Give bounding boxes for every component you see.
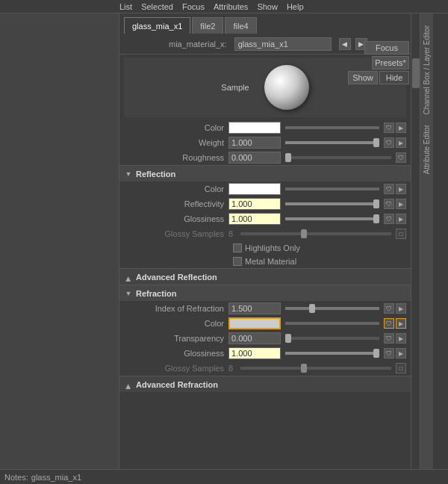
reflection-title: Reflection xyxy=(136,170,175,179)
refraction-samples-icon[interactable]: □ xyxy=(396,363,406,373)
refraction-glossiness-label: Glossiness xyxy=(124,349,228,358)
reflection-samples-icon[interactable]: □ xyxy=(396,229,406,239)
color-row: Color 🛡 ▶ xyxy=(119,120,411,135)
notes-label: Notes: xyxy=(4,473,28,482)
scrollbar-thumb[interactable] xyxy=(412,58,420,88)
color-swatch[interactable] xyxy=(228,122,281,134)
show-button[interactable]: Show xyxy=(348,71,378,84)
scrollbar[interactable] xyxy=(411,13,420,484)
reflection-color-swatch[interactable] xyxy=(228,183,281,195)
ior-arrow-icon[interactable]: ▶ xyxy=(396,303,406,314)
weight-lock-icon[interactable]: 🛡 xyxy=(384,137,394,148)
refraction-glossy-samples-value: 8 xyxy=(228,364,236,373)
refraction-color-lock-icon[interactable]: 🛡 xyxy=(384,318,394,329)
metal-material-row: Metal Material xyxy=(119,255,411,268)
sample-label: Sample xyxy=(221,83,249,92)
reflection-glossiness-lock-icon[interactable]: 🛡 xyxy=(384,214,394,224)
sample-sphere xyxy=(264,65,309,110)
refraction-color-arrow-icon[interactable]: ▶ xyxy=(396,318,406,329)
reflection-glossiness-label: Glossiness xyxy=(124,214,228,223)
reflection-color-label: Color xyxy=(124,184,228,193)
reflectivity-lock-icon[interactable]: 🛡 xyxy=(384,199,394,209)
transparency-label: Transparency xyxy=(124,334,228,343)
refraction-title: Refraction xyxy=(136,289,176,298)
weight-row: Weight 🛡 ▶ xyxy=(119,135,411,150)
advanced-reflection-header[interactable]: ▶ Advanced Reflection xyxy=(119,268,411,285)
reflection-glossiness-arrow-icon[interactable]: ▶ xyxy=(396,214,406,224)
refraction-color-row: Color 🛡 ▶ xyxy=(119,316,411,331)
refraction-glossiness-input[interactable] xyxy=(228,347,281,359)
tab-glass-mia-x1[interactable]: glass_mia_x1 xyxy=(124,17,190,34)
left-sidebar xyxy=(0,13,119,484)
transparency-lock-icon[interactable]: 🛡 xyxy=(384,333,394,344)
channel-box-tab[interactable]: Channel Box / Layer Editor xyxy=(421,21,432,120)
menu-show[interactable]: Show xyxy=(257,2,278,11)
refraction-glossiness-arrow-icon[interactable]: ▶ xyxy=(396,348,406,359)
tab-file2[interactable]: file2 xyxy=(192,17,223,34)
reflectivity-field: 🛡 ▶ xyxy=(228,198,406,210)
roughness-input[interactable] xyxy=(228,152,281,164)
menu-attributes[interactable]: Attributes xyxy=(214,2,248,11)
transparency-field: 🛡 ▶ xyxy=(228,332,406,344)
refraction-glossy-samples-label: Glossy Samples xyxy=(124,364,228,373)
weight-arrow-icon[interactable]: ▶ xyxy=(396,137,406,148)
roughness-lock-icon[interactable]: 🛡 xyxy=(396,152,406,163)
focus-button[interactable]: Focus xyxy=(364,41,409,55)
highlights-only-label: Highlights Only xyxy=(245,243,300,252)
weight-input[interactable] xyxy=(228,137,281,149)
properties-panel: Color 🛡 ▶ Weight 🛡 ▶ xyxy=(119,120,411,484)
reflectivity-input[interactable] xyxy=(228,198,281,210)
right-tabs: Channel Box / Layer Editor Attribute Edi… xyxy=(420,13,433,484)
refraction-color-label: Color xyxy=(124,319,228,328)
menu-selected[interactable]: Selected xyxy=(141,2,173,11)
tabs-row: glass_mia_x1 file2 file4 xyxy=(119,13,411,34)
roughness-label: Roughness xyxy=(124,153,228,162)
tab-file4[interactable]: file4 xyxy=(225,17,256,34)
menu-bar: List Selected Focus Attributes Show Help xyxy=(0,0,448,13)
refraction-glossiness-lock-icon[interactable]: 🛡 xyxy=(384,348,394,359)
color-arrow-icon[interactable]: ▶ xyxy=(396,122,406,133)
roughness-row: Roughness 🛡 xyxy=(119,150,411,165)
reflection-color-arrow-icon[interactable]: ▶ xyxy=(396,184,406,194)
material-name-input[interactable] xyxy=(234,37,332,51)
reflection-glossy-samples-label: Glossy Samples xyxy=(124,229,228,238)
reflection-color-row: Color 🛡 ▶ xyxy=(119,182,411,196)
advanced-refraction-toggle-icon: ▶ xyxy=(124,380,133,389)
refraction-toggle-icon: ▼ xyxy=(124,289,133,298)
material-node-label: mia_material_x: xyxy=(169,40,227,49)
reflection-glossiness-field: 🛡 ▶ xyxy=(228,213,406,225)
presets-button[interactable]: Presets* xyxy=(372,56,409,69)
transparency-input[interactable] xyxy=(228,332,281,344)
reflection-glossy-samples-row: Glossy Samples 8 □ xyxy=(119,226,411,241)
ior-row: Index of Refraction 🛡 ▶ xyxy=(119,301,411,316)
reflection-color-lock-icon[interactable]: 🛡 xyxy=(384,184,394,194)
menu-focus[interactable]: Focus xyxy=(182,2,205,11)
advanced-refraction-header[interactable]: ▶ Advanced Refraction xyxy=(119,376,411,392)
color-label: Color xyxy=(124,123,228,132)
reflection-section-header[interactable]: ▼ Reflection xyxy=(119,165,411,182)
menu-list[interactable]: List xyxy=(119,2,132,11)
reflection-glossiness-input[interactable] xyxy=(228,213,281,225)
ior-input[interactable] xyxy=(228,302,281,314)
advanced-reflection-toggle-icon: ▶ xyxy=(124,273,133,282)
main-layout: glass_mia_x1 file2 file4 mia_material_x:… xyxy=(0,13,448,484)
ior-lock-icon[interactable]: 🛡 xyxy=(384,303,394,314)
menu-help[interactable]: Help xyxy=(287,2,304,11)
attribute-editor-tab[interactable]: Attribute Editor xyxy=(421,120,432,179)
notes-bar: Notes: glass_mia_x1 xyxy=(0,469,448,484)
notes-value: glass_mia_x1 xyxy=(31,473,81,482)
reflectivity-arrow-icon[interactable]: ▶ xyxy=(396,199,406,209)
advanced-reflection-title: Advanced Reflection xyxy=(136,273,217,282)
metal-material-checkbox[interactable] xyxy=(233,257,242,266)
refraction-glossy-samples-field: 8 □ xyxy=(228,363,406,373)
hide-button[interactable]: Hide xyxy=(379,71,409,84)
transparency-arrow-icon[interactable]: ▶ xyxy=(396,333,406,344)
refraction-section-header[interactable]: ▼ Refraction xyxy=(119,285,411,301)
highlights-only-checkbox[interactable] xyxy=(233,243,242,252)
highlights-only-row: Highlights Only xyxy=(119,241,411,255)
reflectivity-label: Reflectivity xyxy=(124,199,228,208)
refraction-color-swatch[interactable] xyxy=(228,317,281,329)
roughness-field: 🛡 xyxy=(228,152,406,164)
reflection-glossy-samples-value: 8 xyxy=(228,229,236,238)
color-lock-icon[interactable]: 🛡 xyxy=(384,122,394,133)
